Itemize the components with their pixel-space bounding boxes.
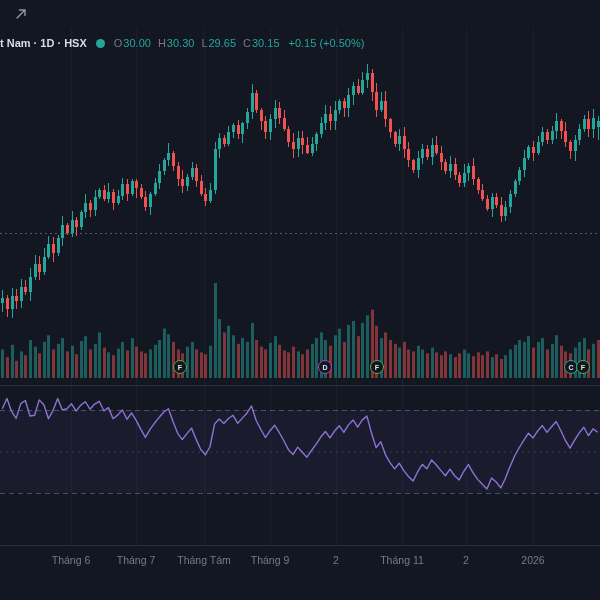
event-marker-f-icon[interactable]: F (370, 360, 384, 374)
chart-canvas[interactable] (0, 0, 600, 600)
time-axis[interactable]: Tháng 6Tháng 7Tháng TámTháng 92Tháng 112… (0, 545, 600, 600)
time-axis-label: 2026 (521, 554, 544, 566)
event-marker-f-icon[interactable]: F (576, 360, 590, 374)
time-axis-label: 2 (333, 554, 339, 566)
arrow-up-right-icon[interactable] (12, 5, 30, 23)
symbol-title[interactable]: t Nam · 1D · HSX (0, 37, 87, 49)
legend: t Nam · 1D · HSX O30.00 H30.30 L29.65 C3… (0, 37, 364, 49)
close-value: C30.15 (243, 37, 279, 49)
low-value: L29.65 (201, 37, 236, 49)
price-change: +0.15 (+0.50%) (289, 37, 365, 49)
chart-window: t Nam · 1D · HSX O30.00 H30.30 L29.65 C3… (0, 0, 600, 600)
high-value: H30.30 (158, 37, 194, 49)
open-value: O30.00 (114, 37, 151, 49)
time-axis-label: Tháng Tám (177, 554, 231, 566)
time-axis-label: 2 (463, 554, 469, 566)
event-marker-f-icon[interactable]: F (173, 360, 187, 374)
time-axis-label: Tháng 6 (52, 554, 91, 566)
event-marker-d-icon[interactable]: D (318, 360, 332, 374)
time-axis-label: Tháng 11 (380, 554, 424, 566)
time-axis-label: Tháng 9 (251, 554, 290, 566)
status-dot-icon (96, 39, 105, 48)
time-axis-label: Tháng 7 (117, 554, 156, 566)
